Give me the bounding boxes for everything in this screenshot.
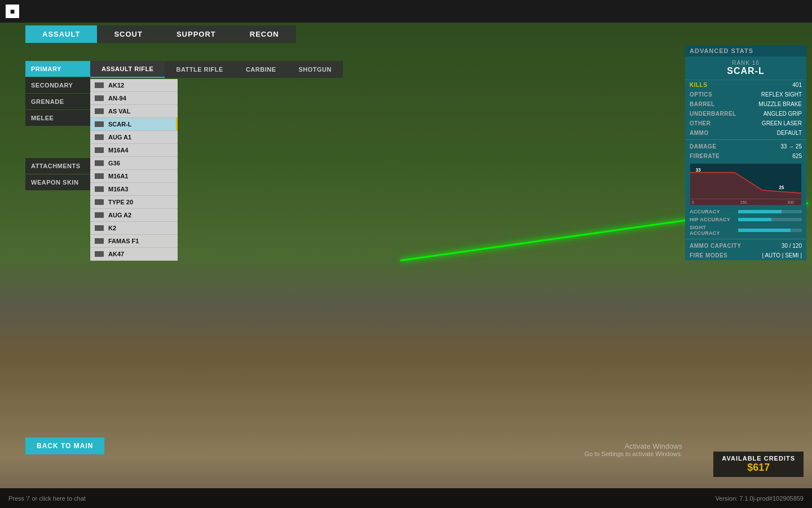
- roblox-logo: ■: [6, 5, 19, 18]
- subtab-battle-rifle[interactable]: BATTLE RIFLE: [165, 61, 234, 78]
- underbarrel-label: UNDERBARREL: [690, 111, 736, 117]
- weapon-icon: [95, 225, 104, 231]
- weapon-ak12[interactable]: AK12: [90, 79, 178, 92]
- stats-panel: ADVANCED STATS RANK 16 SCAR-L KILLS 401 …: [685, 45, 806, 260]
- divider1: [685, 139, 806, 140]
- underbarrel-row: UNDERBARREL ANGLED GRIP: [685, 109, 806, 119]
- weapon-icon: [95, 173, 104, 179]
- version-text: Version: 7.1.0j-prod#102905859: [715, 495, 804, 502]
- weapon-rank: RANK 16: [690, 60, 802, 66]
- weapon-icon: [95, 238, 104, 244]
- weapon-icon: [95, 108, 104, 114]
- subtab-assault-rifle[interactable]: ASSAULT RIFLE: [90, 61, 165, 78]
- weapon-k2[interactable]: K2: [90, 222, 178, 235]
- barrel-row: BARREL MUZZLE BRAKE: [685, 99, 806, 109]
- chat-hint[interactable]: Press '/' or click here to chat: [8, 495, 86, 502]
- windows-activate: Activate Windows Go to Settings to activ…: [584, 442, 682, 457]
- fire-modes-row: FIRE MODES | AUTO | SEMI |: [685, 251, 806, 260]
- weapon-icon: [95, 160, 104, 166]
- weapon-ak47[interactable]: AK47: [90, 248, 178, 261]
- kills-row: KILLS 401: [685, 80, 806, 90]
- subtab-carbine[interactable]: CARBINE: [235, 61, 288, 78]
- subtab-shotgun[interactable]: SHOTGUN: [288, 61, 343, 78]
- title-bar: ■: [0, 0, 812, 23]
- category-melee[interactable]: MELEE: [25, 110, 90, 126]
- weapon-icon: [95, 134, 104, 140]
- damage-label: DAMAGE: [690, 143, 716, 150]
- optics-value: REFLEX SIGHT: [761, 91, 802, 98]
- weapon-m16a4[interactable]: M16A4: [90, 144, 178, 157]
- weapon-icon: [95, 212, 104, 218]
- divider2: [685, 239, 806, 239]
- accuracy-label: ACCURACY: [690, 209, 735, 214]
- weapon-icon: [95, 186, 104, 192]
- weapon-icon: [95, 82, 104, 88]
- category-secondary[interactable]: SECONDARY: [25, 77, 90, 93]
- weapon-m16a1[interactable]: M16A1: [90, 170, 178, 183]
- kills-label: KILLS: [690, 82, 707, 88]
- ammo-value: DEFAULT: [777, 130, 802, 136]
- bottom-bar: Press '/' or click here to chat Version:…: [0, 488, 812, 508]
- weapon-asval[interactable]: AS VAL: [90, 105, 178, 118]
- weapon-info: RANK 16 SCAR-L: [685, 56, 806, 80]
- weapon-an94[interactable]: AN-94: [90, 92, 178, 105]
- attachments-button[interactable]: ATTACHMENTS: [25, 158, 90, 174]
- stats-header: ADVANCED STATS: [685, 45, 806, 56]
- tab-assault[interactable]: ASSAULT: [25, 25, 97, 43]
- weapon-famasf1[interactable]: FAMAS F1: [90, 235, 178, 248]
- credits-value: $617: [722, 462, 795, 474]
- ammo-capacity-label: AMMO CAPACITY: [690, 243, 741, 249]
- ammo-label: AMMO: [690, 130, 709, 136]
- ammo-row: AMMO DEFAULT: [685, 128, 806, 138]
- tab-scout[interactable]: SCOUT: [97, 25, 160, 43]
- damage-value: 33 → 25: [780, 143, 802, 150]
- firerate-value: 625: [792, 153, 802, 159]
- weapon-icon: [95, 95, 104, 101]
- svg-text:25: 25: [779, 185, 784, 190]
- top-nav: ASSAULT SCOUT SUPPORT RECON: [25, 25, 296, 43]
- fire-modes-value: | AUTO | SEMI |: [762, 252, 802, 259]
- hip-accuracy-track: [738, 218, 802, 221]
- back-to-main-button[interactable]: BACK TO MAIN: [25, 437, 104, 454]
- left-panel: PRIMARY SECONDARY GRENADE MELEE: [25, 61, 90, 126]
- ammo-capacity-row: AMMO CAPACITY 30 / 120: [685, 241, 806, 251]
- accuracy-fill: [738, 210, 782, 213]
- category-primary[interactable]: PRIMARY: [25, 61, 90, 77]
- barrel-label: BARREL: [690, 101, 715, 107]
- weapon-m16a3[interactable]: M16A3: [90, 183, 178, 196]
- weapon-auga1[interactable]: AUG A1: [90, 131, 178, 144]
- weapon-type20[interactable]: TYPE 20: [90, 196, 178, 209]
- tab-recon[interactable]: RECON: [233, 25, 296, 43]
- weapon-subtabs: ASSAULT RIFLE BATTLE RIFLE CARBINE SHOTG…: [90, 61, 343, 78]
- weapon-icon: [95, 147, 104, 153]
- other-value: GREEN LASER: [762, 120, 802, 126]
- sight-accuracy-label: SIGHT ACCURACY: [690, 225, 735, 236]
- tab-support[interactable]: SUPPORT: [160, 25, 233, 43]
- optics-label: OPTICS: [690, 91, 712, 98]
- weapon-auga2[interactable]: AUG A2: [90, 209, 178, 222]
- svg-text:300: 300: [787, 200, 794, 205]
- kills-value: 401: [792, 82, 802, 88]
- svg-text:150: 150: [740, 200, 747, 205]
- fire-modes-label: FIRE MODES: [690, 252, 727, 259]
- hip-accuracy-row: HIP ACCURACY: [685, 216, 806, 224]
- damage-chart: 33 25 0 150 300: [690, 163, 802, 205]
- sight-accuracy-track: [738, 229, 802, 232]
- extra-buttons: ATTACHMENTS WEAPON SKIN: [25, 158, 90, 191]
- sight-accuracy-row: SIGHT ACCURACY: [685, 224, 806, 237]
- weapon-skin-button[interactable]: WEAPON SKIN: [25, 174, 90, 190]
- weapon-icon: [95, 121, 104, 127]
- credits-box: AVAILABLE CREDITS $617: [713, 452, 804, 477]
- weapon-icon: [95, 199, 104, 205]
- hip-accuracy-label: HIP ACCURACY: [690, 217, 735, 222]
- underbarrel-value: ANGLED GRIP: [764, 111, 802, 117]
- svg-text:0: 0: [692, 200, 694, 205]
- weapon-g36[interactable]: G36: [90, 157, 178, 170]
- optics-row: OPTICS REFLEX SIGHT: [685, 90, 806, 99]
- weapon-list: AK12 AN-94 AS VAL SCAR-L AUG A1 M16A4 G3…: [90, 79, 178, 261]
- accuracy-track: [738, 210, 802, 213]
- damage-row: DAMAGE 33 → 25: [685, 142, 806, 151]
- weapon-scarl[interactable]: SCAR-L: [90, 118, 178, 131]
- category-grenade[interactable]: GRENADE: [25, 94, 90, 110]
- ammo-capacity-value: 30 / 120: [782, 243, 802, 249]
